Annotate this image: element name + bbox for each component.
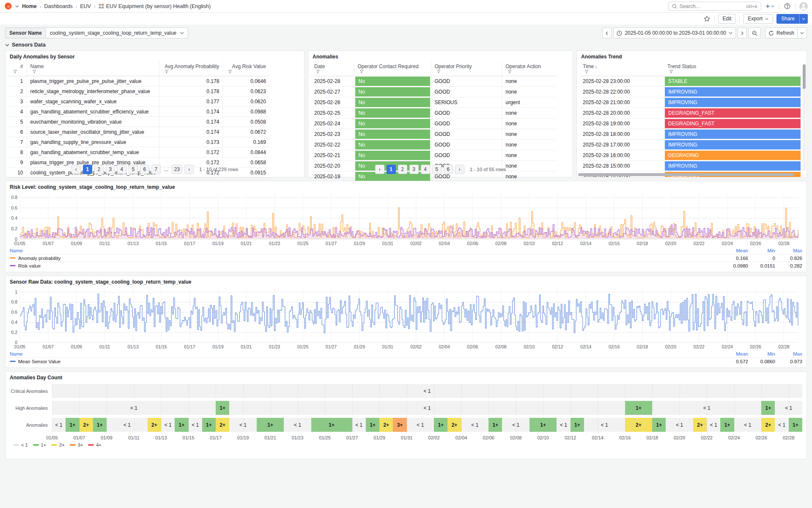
pagination-next-button[interactable]: ›	[455, 165, 464, 174]
legend-series[interactable]: Risk value	[10, 263, 721, 268]
time-range-picker[interactable]: 2025-01-05 00:00:00 to 2025-03-01 00:00:…	[613, 28, 736, 39]
legend-name-header[interactable]: Name	[10, 351, 721, 356]
timeline-segment[interactable]: 2+	[693, 418, 707, 432]
timeline-segment[interactable]: < 1	[229, 418, 257, 432]
timeline-segment[interactable]: 1+	[789, 418, 802, 432]
legend-item[interactable]: < 1	[13, 442, 28, 447]
legend-series[interactable]: Mean Sensor Value	[10, 359, 721, 364]
share-button[interactable]: Share	[776, 14, 799, 24]
timeline-segment[interactable]: < 1	[229, 401, 625, 415]
pagination-prev-button[interactable]: ‹	[375, 165, 384, 174]
help-icon[interactable]	[783, 2, 791, 10]
pagination-page-button[interactable]: 3	[106, 165, 115, 174]
pagination-page-button[interactable]: 4	[421, 165, 430, 174]
pagination-page-button[interactable]: 1	[387, 165, 396, 174]
timeline-segment[interactable]: < 1	[352, 418, 366, 432]
filter-funnel-icon[interactable]	[584, 69, 589, 74]
timeline-segment[interactable]: < 1	[52, 384, 802, 398]
timeline-segment[interactable]: < 1	[502, 418, 529, 432]
pagination-page-button[interactable]: 5	[129, 165, 138, 174]
timeline-segment[interactable]: 1+	[488, 418, 502, 432]
timeline-segment[interactable]: 1+	[202, 418, 216, 432]
timeline-segment[interactable]: 1+	[175, 418, 188, 432]
timeline-segment[interactable]: < 1	[161, 418, 175, 432]
zoom-out-icon[interactable]	[749, 28, 761, 39]
legend-stat-header[interactable]: Mean	[721, 248, 748, 253]
breadcrumb-dashboards[interactable]: Dashboards	[44, 3, 72, 9]
timeline-segment[interactable]: 1+	[652, 418, 666, 432]
refresh-button[interactable]: Refresh	[765, 28, 798, 39]
timeline-segment[interactable]: 2+	[216, 418, 229, 432]
timeline-segment[interactable]: < 1	[775, 401, 802, 415]
timeline-segment[interactable]: < 1	[284, 418, 311, 432]
legend-item[interactable]: 3+	[70, 442, 83, 447]
timeline-segment[interactable]: < 1	[557, 418, 570, 432]
timeline-segment[interactable]: 1+	[720, 418, 734, 432]
filter-funnel-icon[interactable]	[13, 69, 17, 74]
section-sensors-data[interactable]: Sensors Data	[0, 41, 812, 50]
grafana-logo[interactable]	[4, 2, 12, 10]
edit-button[interactable]: Edit	[718, 14, 736, 24]
timeline-segment[interactable]: < 1	[52, 401, 216, 415]
raw-data-chart[interactable]: 00.20.40.60.8101/0501/0701/0901/1101/130…	[5, 287, 807, 350]
timeline-segment[interactable]: 1+	[529, 418, 557, 432]
favorite-star-icon[interactable]	[703, 15, 711, 23]
legend-stat-header[interactable]: Min	[748, 351, 775, 356]
timeline-segment[interactable]: 1+	[66, 418, 79, 432]
legend-item[interactable]: 4+	[88, 442, 102, 447]
breadcrumb-home[interactable]: Home	[22, 3, 37, 9]
table-header-cell[interactable]: Operator Contact Required	[354, 61, 431, 76]
filter-funnel-icon[interactable]	[316, 69, 320, 74]
timeline-segment[interactable]: 1+	[366, 418, 379, 432]
refresh-interval-caret[interactable]	[798, 28, 807, 39]
timeline-segment[interactable]: 3+	[393, 418, 406, 432]
legend-item[interactable]: 2+	[51, 442, 65, 447]
pagination-page-button[interactable]: 5	[432, 165, 442, 174]
table-header-cell[interactable]: Avg Anomaly Probability	[159, 61, 223, 76]
legend-stat-header[interactable]: Min	[748, 248, 775, 253]
add-new-button[interactable]: +	[765, 2, 775, 11]
legend-name-header[interactable]: Name	[10, 248, 721, 253]
timeline-segment[interactable]: 1+	[625, 401, 653, 415]
pagination-page-button[interactable]: 6	[444, 165, 453, 174]
legend-stat-header[interactable]: Max	[775, 351, 802, 356]
table-header-cell[interactable]: Name	[27, 61, 159, 76]
timeline-segment[interactable]: 1+	[93, 418, 107, 432]
pagination-page-button[interactable]: 23	[172, 165, 182, 174]
timeline-segment[interactable]: < 1	[189, 418, 202, 432]
filter-funnel-icon[interactable]	[669, 69, 673, 74]
table-header-cell[interactable]: Date	[311, 61, 354, 76]
filter-funnel-icon[interactable]	[359, 69, 364, 74]
timeline-segment[interactable]: < 1	[652, 401, 761, 415]
timeline-segment[interactable]: < 1	[52, 418, 66, 432]
pagination-page-button[interactable]: 7	[151, 165, 161, 174]
share-menu-caret[interactable]	[799, 14, 808, 24]
day-count-timeline[interactable]: Critical Anomalies< 1High Anomalies< 11+…	[5, 382, 807, 447]
timeline-segment[interactable]: < 1	[666, 418, 693, 432]
timeline-segment[interactable]: 2+	[379, 418, 393, 432]
risk-level-chart[interactable]: 00.20.40.60.801/0501/0701/0901/1101/1301…	[5, 192, 807, 247]
timeline-segment[interactable]: < 1	[407, 418, 434, 432]
timeline-segment[interactable]: < 1	[107, 418, 148, 432]
timeline-segment[interactable]: 2+	[148, 418, 161, 432]
filter-funnel-icon[interactable]	[165, 69, 169, 74]
legend-item[interactable]: 1+	[33, 442, 47, 447]
table-header-cell[interactable]: Time↓	[579, 61, 664, 76]
legend-stat-header[interactable]: Mean	[721, 351, 748, 356]
breadcrumb-dashboard-title[interactable]: EUV Equipment (by sensor) Health (Englis…	[106, 3, 211, 9]
legend-series[interactable]: Anomaly probability	[10, 256, 721, 261]
pagination-page-button[interactable]: 3	[409, 165, 419, 174]
filter-funnel-icon[interactable]	[436, 69, 441, 74]
table-header-cell[interactable]: Trend Status	[664, 61, 801, 76]
scrollbar-thumb[interactable]	[578, 173, 794, 176]
timeline-segment[interactable]: < 1	[707, 418, 720, 432]
pagination-page-button[interactable]: 2	[398, 165, 407, 174]
timeline-segment[interactable]: 1+	[434, 418, 447, 432]
pagination-prev-button[interactable]: ‹	[71, 165, 81, 174]
timeline-segment[interactable]: 2+	[625, 418, 653, 432]
pagination-next-button[interactable]: ›	[184, 165, 194, 174]
table-header-cell[interactable]: #	[8, 61, 27, 76]
breadcrumb-folder[interactable]: EUV	[80, 3, 91, 9]
sensor-name-variable[interactable]: Sensor Name cooling_system_stage_cooling…	[5, 28, 188, 39]
org-switcher-caret[interactable]	[15, 5, 19, 8]
